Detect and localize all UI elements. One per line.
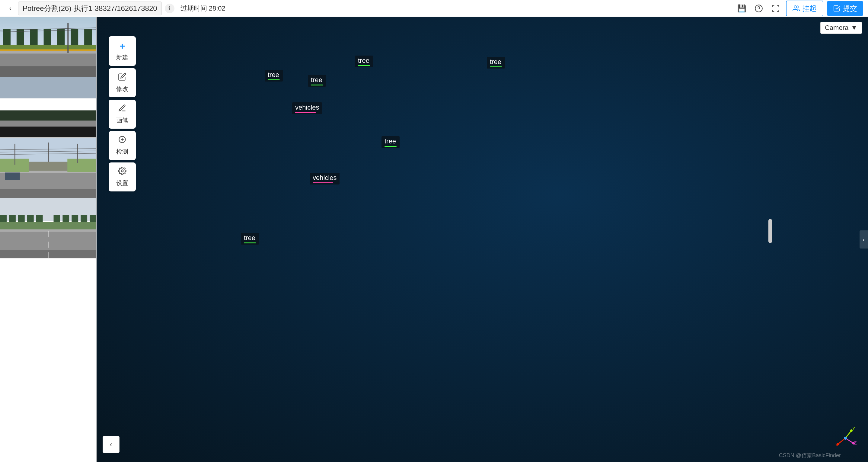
thumbnail-4[interactable] xyxy=(0,198,96,258)
camera-label: Camera xyxy=(825,24,848,32)
settings-icon xyxy=(118,167,126,177)
svg-text:Y: Y xyxy=(852,426,855,431)
watermark: CSDN @佰秦BasicFinder xyxy=(779,452,841,459)
svg-point-194 xyxy=(850,429,852,432)
thumbnail-3[interactable] xyxy=(0,138,96,198)
camera-dropdown[interactable]: Camera ▼ xyxy=(820,22,862,34)
submit-button[interactable]: 提交 xyxy=(827,1,863,16)
thumbnail-1[interactable] xyxy=(0,17,96,77)
annotation-tree-6[interactable]: tree xyxy=(241,233,259,244)
task-title: Potree分割(26)-执行1-38327/1626173820 xyxy=(18,1,162,16)
fullscreen-button[interactable] xyxy=(769,2,782,15)
axes-widget: Y X Z xyxy=(832,425,859,453)
vehicles-underline-2 xyxy=(313,182,333,183)
annotation-vehicles-1[interactable]: vehicles xyxy=(292,103,322,114)
bottom-back-button[interactable]: ‹ xyxy=(103,436,120,453)
detect-icon xyxy=(118,135,126,146)
point-cloud-background xyxy=(97,17,868,462)
modify-tool-button[interactable]: 修改 xyxy=(108,68,136,97)
svg-point-6 xyxy=(121,170,123,172)
pen-tool-button[interactable]: 画笔 xyxy=(108,99,136,128)
modify-tool-label: 修改 xyxy=(116,85,128,93)
chevron-down-icon: ▼ xyxy=(851,24,858,32)
info-icon[interactable]: ℹ xyxy=(165,4,175,13)
modify-icon xyxy=(118,73,126,83)
svg-point-193 xyxy=(844,437,847,440)
plus-icon: + xyxy=(120,40,125,52)
tree-underline-5 xyxy=(384,146,397,147)
tree-underline-6 xyxy=(244,242,256,243)
header-actions: 💾 挂起 提交 xyxy=(735,1,863,16)
annotation-vehicles-2[interactable]: vehicles xyxy=(310,173,340,184)
detect-tool-label: 检测 xyxy=(116,148,128,156)
raise-button[interactable]: 挂起 xyxy=(786,1,823,16)
tree-underline-3 xyxy=(358,65,370,66)
new-tool-label: 新建 xyxy=(116,53,128,62)
annotation-tree-4[interactable]: tree xyxy=(487,57,505,68)
svg-point-2 xyxy=(794,6,797,8)
svg-point-196 xyxy=(852,442,855,444)
chevron-right-icon: ‹ xyxy=(863,236,865,243)
svg-point-195 xyxy=(837,443,839,445)
tree-underline-1 xyxy=(268,79,280,80)
side-collapse-button[interactable]: ‹ xyxy=(860,230,868,249)
header: ‹ Potree分割(26)-执行1-38327/1626173820 ℹ 过期… xyxy=(0,0,868,17)
toolbar: + 新建 修改 画笔 检测 xyxy=(108,36,136,192)
pen-icon xyxy=(118,104,126,114)
annotation-tree-5[interactable]: tree xyxy=(381,136,400,148)
left-panel xyxy=(0,17,97,462)
back-button[interactable]: ‹ xyxy=(5,3,16,14)
annotation-tree-3[interactable]: tree xyxy=(355,56,373,67)
chevron-left-icon: ‹ xyxy=(110,440,112,449)
vehicles-underline-1 xyxy=(295,112,316,113)
new-tool-button[interactable]: + 新建 xyxy=(108,36,136,66)
viewport[interactable]: Camera ▼ tree tree tree tree vehicles tr… xyxy=(97,17,868,462)
pen-tool-label: 画笔 xyxy=(116,116,128,124)
detect-tool-button[interactable]: 检测 xyxy=(108,131,136,160)
annotation-tree-1[interactable]: tree xyxy=(265,70,283,82)
settings-tool-label: 设置 xyxy=(116,179,128,187)
tree-underline-4 xyxy=(490,66,502,67)
tree-underline-2 xyxy=(311,85,323,85)
scroll-handle[interactable] xyxy=(768,219,772,243)
expire-time: 过期时间 28:02 xyxy=(181,4,225,13)
thumbnail-2[interactable] xyxy=(0,77,96,138)
help-button[interactable] xyxy=(752,2,765,15)
annotation-tree-2[interactable]: tree xyxy=(308,75,326,87)
save-button[interactable]: 💾 xyxy=(735,2,748,15)
settings-tool-button[interactable]: 设置 xyxy=(108,163,136,192)
